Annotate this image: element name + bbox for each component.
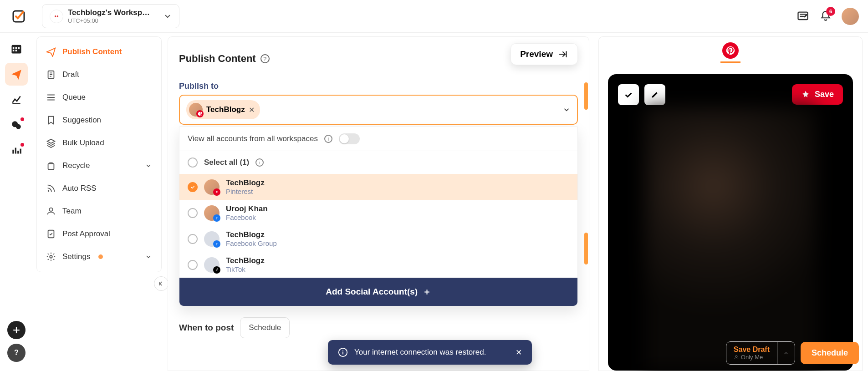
svg-rect-7	[15, 50, 17, 51]
save-label: Save	[815, 90, 834, 99]
account-row[interactable]: P TechBlogz Pinterest	[179, 174, 577, 200]
sidebar-suggestion[interactable]: Suggestion	[37, 109, 161, 132]
account-name: Urooj Khan	[226, 204, 268, 213]
save-draft-dropdown[interactable]	[777, 342, 795, 364]
sidebar-item-label: Queue	[62, 93, 86, 102]
account-avatar: f	[204, 205, 220, 221]
sidebar-draft[interactable]: Draft	[37, 63, 161, 86]
account-network: Pinterest	[226, 188, 265, 195]
info-icon[interactable]: i	[255, 158, 264, 167]
icon-rail: ?	[0, 33, 33, 371]
compose-title: Publish Content	[179, 53, 256, 65]
scrollbar-thumb[interactable]	[584, 233, 588, 264]
rail-publish[interactable]	[5, 63, 28, 86]
account-avatar	[204, 257, 220, 273]
svg-point-19	[50, 255, 52, 258]
svg-text:f: f	[216, 242, 218, 245]
when-to-post-label: When to post	[179, 323, 234, 333]
add-social-label: Add Social Account(s)	[326, 287, 418, 296]
rail-analytics[interactable]	[5, 88, 28, 111]
account-network: Facebook	[226, 213, 268, 221]
sidebar-post-approval[interactable]: Post Approval	[37, 223, 161, 245]
sidebar-publish-content[interactable]: Publish Content	[37, 41, 161, 63]
view-all-label: View all accounts from all workspaces	[188, 134, 318, 143]
sidebar-queue[interactable]: Queue	[37, 86, 161, 109]
rss-icon	[46, 183, 56, 193]
preview-button[interactable]: Preview	[511, 43, 578, 65]
sidebar-recycle[interactable]: Recycle	[37, 154, 161, 177]
pin-icon	[801, 90, 810, 99]
preview-image	[644, 107, 817, 371]
sidebar-item-label: Publish Content	[62, 47, 122, 56]
select-all-checkbox[interactable]	[188, 158, 198, 168]
svg-rect-5	[18, 47, 20, 49]
sidebar-item-label: Post Approval	[62, 229, 110, 239]
rail-help-button[interactable]: ?	[7, 344, 26, 362]
account-checkbox[interactable]	[188, 260, 198, 270]
sidebar-auto-rss[interactable]: Auto RSS	[37, 177, 161, 200]
sidebar-item-label: Recycle	[62, 161, 90, 170]
account-checkbox[interactable]	[188, 182, 198, 192]
gear-icon	[46, 252, 56, 262]
svg-text:P: P	[216, 191, 218, 193]
sidebar-item-label: Team	[62, 207, 82, 216]
chevron-down-icon	[145, 162, 152, 169]
compose-note-icon[interactable]	[796, 10, 810, 23]
sidebar-bulk-upload[interactable]: Bulk Upload	[37, 132, 161, 154]
info-icon[interactable]: i	[324, 135, 332, 143]
facebook-badge-icon: f	[213, 240, 220, 248]
help-icon[interactable]: ?	[260, 54, 270, 63]
chip-remove-button[interactable]: ✕	[249, 106, 255, 114]
rail-add-button[interactable]	[7, 321, 26, 339]
toast-message: Your internet connection was restored.	[354, 348, 486, 357]
preview-edit-button[interactable]	[644, 84, 665, 105]
save-draft-visibility: Only Me	[734, 354, 770, 361]
workspace-avatar: ●●	[50, 10, 63, 23]
facebook-badge-icon: f	[213, 214, 220, 222]
account-row[interactable]: f TechBlogz Facebook Group	[179, 226, 577, 252]
account-checkbox[interactable]	[188, 234, 198, 244]
sidebar-team[interactable]: Team	[37, 200, 161, 223]
info-icon	[338, 347, 348, 357]
footer-actions: Save Draft Only Me Schedule	[726, 341, 859, 365]
view-all-toggle[interactable]	[339, 133, 360, 144]
bookmark-icon	[46, 115, 56, 125]
rail-inbox[interactable]	[5, 114, 28, 137]
preview-tab-pinterest[interactable]	[720, 43, 740, 63]
chevron-down-icon	[562, 106, 571, 114]
rail-calendar[interactable]	[5, 37, 28, 60]
schedule-button[interactable]: Schedule	[801, 342, 859, 364]
account-row[interactable]: TechBlogz TikTok	[179, 252, 577, 278]
accounts-dropdown: View all accounts from all workspaces i …	[179, 127, 578, 306]
collapse-sidebar-button[interactable]	[154, 276, 168, 291]
notifications-icon[interactable]: 6	[819, 10, 832, 23]
account-name: TechBlogz	[226, 178, 265, 188]
schedule-label: Schedule	[812, 348, 848, 357]
svg-point-16	[48, 190, 50, 192]
svg-point-17	[49, 208, 52, 211]
preview-check-button[interactable]	[618, 84, 639, 105]
user-avatar[interactable]	[842, 8, 859, 25]
rail-listening[interactable]	[5, 139, 28, 162]
sidebar: Publish Content Draft Queue Suggestion B…	[36, 36, 162, 272]
account-checkbox[interactable]	[188, 208, 198, 218]
toast-close-button[interactable]: ✕	[516, 348, 522, 357]
publish-to-label: Publish to	[168, 74, 589, 95]
sidebar-settings[interactable]: Settings	[37, 245, 161, 268]
account-network: TikTok	[226, 265, 265, 273]
scrollbar-thumb[interactable]	[584, 82, 588, 110]
sidebar-item-label: Auto RSS	[62, 184, 97, 193]
account-row[interactable]: f Urooj Khan Facebook	[179, 200, 577, 226]
save-draft-button[interactable]: Save Draft Only Me	[726, 341, 795, 365]
save-draft-label: Save Draft	[734, 346, 770, 354]
add-social-account-button[interactable]: Add Social Account(s) ＋	[179, 278, 577, 306]
publish-to-selector[interactable]: TechBlogz ✕	[179, 95, 578, 125]
app-logo[interactable]	[9, 7, 28, 26]
send-icon	[46, 47, 56, 57]
when-to-post-select[interactable]: Schedule	[240, 317, 290, 338]
preview-save-button[interactable]: Save	[792, 84, 843, 105]
chevron-down-icon	[163, 12, 172, 20]
check-document-icon	[46, 229, 56, 239]
workspace-selector[interactable]: ●● Techblogz's Worksp… UTC+05:00	[42, 4, 179, 28]
svg-rect-2	[12, 45, 21, 54]
